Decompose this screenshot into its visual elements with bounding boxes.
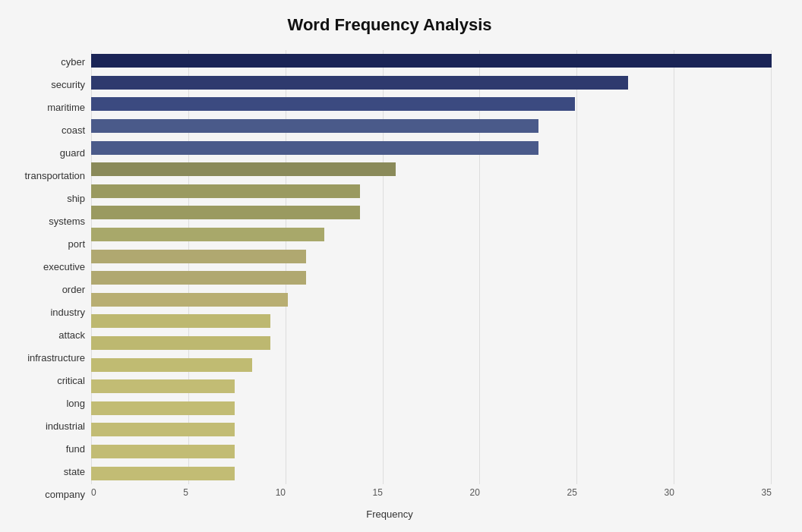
bar: [91, 162, 396, 176]
bar: [91, 401, 235, 415]
bar-row: [91, 226, 772, 243]
y-label: systems: [49, 216, 85, 226]
bar: [91, 228, 324, 241]
bar: [91, 467, 235, 480]
y-label: company: [45, 490, 85, 499]
bar-row: [91, 378, 772, 395]
y-label: industry: [50, 307, 85, 317]
bar: [91, 250, 306, 263]
bar: [91, 336, 270, 350]
y-label: long: [66, 398, 85, 408]
y-label: order: [62, 285, 85, 294]
bar: [91, 379, 235, 393]
bar-row: [91, 400, 772, 417]
y-label: security: [51, 80, 85, 90]
bar-row: [91, 161, 772, 178]
y-label: state: [64, 467, 85, 477]
y-label: fund: [66, 444, 85, 454]
y-label: executive: [43, 262, 85, 272]
y-label: cyber: [61, 57, 85, 67]
y-label: guard: [60, 148, 85, 158]
bar-row: [91, 74, 772, 91]
bar-row: [91, 269, 772, 286]
bar-row: [91, 357, 772, 373]
y-label: attack: [58, 330, 85, 340]
bar-row: [91, 183, 772, 200]
bar-row: [91, 248, 772, 265]
bar-row: [91, 421, 772, 438]
bar-row: [91, 204, 772, 221]
bar: [91, 141, 538, 155]
y-label: ship: [67, 194, 85, 203]
bar: [91, 358, 252, 372]
bar: [91, 119, 538, 133]
y-label: port: [68, 239, 85, 249]
y-label: infrastructure: [27, 353, 85, 363]
bar-row: [91, 313, 772, 329]
bar: [91, 54, 772, 68]
x-axis-label: Frequency: [8, 508, 772, 520]
bar: [91, 314, 270, 328]
bar-row: [91, 291, 772, 308]
y-axis: cybersecuritymaritimecoastguardtransport…: [8, 50, 91, 505]
bar: [91, 445, 235, 458]
bar-row: [91, 465, 772, 482]
y-label: transportation: [25, 171, 86, 181]
bar-row: [91, 443, 772, 460]
y-label: maritime: [47, 102, 85, 112]
bars-and-grid: 05101520253035: [91, 50, 772, 505]
chart-title: Word Frequency Analysis: [8, 15, 772, 35]
bar-row: [91, 118, 772, 134]
y-label: industrial: [46, 421, 85, 431]
bar: [91, 76, 628, 90]
bar-row: [91, 140, 772, 156]
bar: [91, 206, 360, 219]
bar-row: [91, 52, 772, 69]
bar: [91, 293, 288, 307]
y-label: coast: [62, 125, 85, 135]
bar-row: [91, 335, 772, 351]
bar: [91, 97, 575, 111]
y-label: critical: [57, 376, 85, 386]
bars-column: [91, 50, 772, 505]
bar-row: [91, 96, 772, 112]
bar: [91, 184, 360, 198]
chart-container: Word Frequency Analysis cybersecuritymar…: [0, 0, 802, 532]
bar: [91, 423, 235, 436]
bar: [91, 271, 306, 285]
chart-area: cybersecuritymaritimecoastguardtransport…: [8, 50, 772, 505]
